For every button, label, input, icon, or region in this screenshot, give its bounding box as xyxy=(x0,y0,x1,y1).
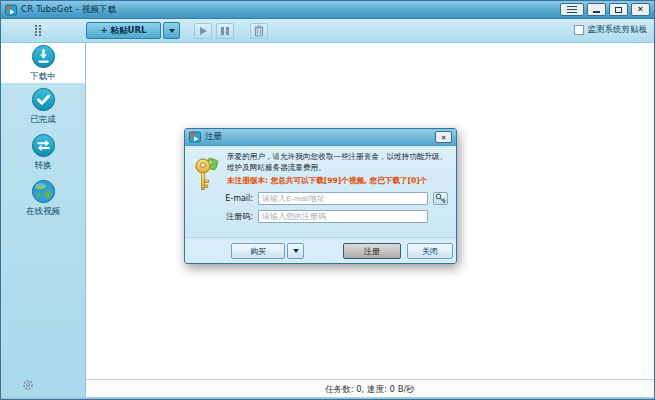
register-dialog: 注册 × 亲爱的用户，请允许我向您收取一些注册资金，以维持功能升级、维护及网站服… xyxy=(184,128,457,264)
register-key-icon xyxy=(194,156,221,194)
window-controls: × xyxy=(560,3,650,16)
paste-url-group: + 粘贴URL xyxy=(86,22,180,39)
drag-grip-icon[interactable] xyxy=(35,25,37,27)
maximize-button[interactable] xyxy=(609,3,628,16)
monitor-clipboard-checkbox[interactable]: 监测系统剪贴板 xyxy=(574,24,648,36)
buy-dropdown-button[interactable] xyxy=(287,243,304,259)
checkbox-icon xyxy=(574,25,584,35)
globe-icon xyxy=(31,179,56,204)
buy-button[interactable]: 购买 xyxy=(231,243,285,259)
pause-download-button[interactable] xyxy=(216,23,234,39)
sidebar-item-label: 转换 xyxy=(35,160,52,172)
dialog-footer: 购买 注册 关闭 xyxy=(185,237,456,264)
trash-icon xyxy=(254,25,264,37)
close-icon: × xyxy=(638,5,643,14)
statusbar: 任务数: 0, 速度: 0 B/秒 xyxy=(86,379,654,399)
close-button[interactable]: × xyxy=(631,3,650,16)
sidebar-item-online-video[interactable]: 在线视频 xyxy=(1,175,85,221)
app-icon xyxy=(5,4,17,16)
sidebar-item-convert[interactable]: 转换 xyxy=(1,129,85,175)
window-bottom-frame xyxy=(1,397,654,399)
minimize-icon xyxy=(593,11,600,13)
dialog-form: E-mail: 注册码: xyxy=(207,192,448,223)
dialog-close-button[interactable]: × xyxy=(435,131,452,143)
pause-icon xyxy=(221,27,229,35)
window-title: CR TubeGet - 视频下载 xyxy=(21,4,116,16)
statusbar-text: 任务数: 0, 速度: 0 B/秒 xyxy=(325,384,415,396)
titlebar: CR TubeGet - 视频下载 × xyxy=(1,1,654,19)
sidebar-item-downloading[interactable]: 下载中 xyxy=(1,43,85,83)
play-icon xyxy=(200,27,207,35)
email-field[interactable] xyxy=(258,192,428,205)
convert-icon xyxy=(31,133,56,158)
dialog-title: 注册 xyxy=(205,131,222,143)
dialog-titlebar: 注册 × xyxy=(185,129,456,146)
regcode-field[interactable] xyxy=(258,210,428,223)
paste-url-button[interactable]: + 粘贴URL xyxy=(86,22,161,39)
dialog-body: 亲爱的用户，请允许我向您收取一些注册资金，以维持功能升级、维护及网站服务器流量费… xyxy=(185,146,456,264)
minimize-button[interactable] xyxy=(587,3,606,16)
check-icon xyxy=(31,87,56,112)
menu-icon xyxy=(567,6,577,13)
sidebar-item-completed[interactable]: 已完成 xyxy=(1,83,85,129)
email-label: E-mail: xyxy=(207,194,253,203)
small-key-icon xyxy=(435,193,446,204)
sidebar-item-label: 已完成 xyxy=(30,114,56,126)
download-icon xyxy=(31,44,56,69)
dialog-warning: 未注册版本: 您总共可以下载[99]个视频, 您已下载了[0]个 xyxy=(227,176,448,186)
dialog-icon xyxy=(189,131,201,143)
regcode-row: 注册码: xyxy=(207,210,448,223)
dialog-text-block: 亲爱的用户，请允许我向您收取一些注册资金，以维持功能升级、维护及网站服务器流量费… xyxy=(227,152,448,186)
main-menu-button[interactable] xyxy=(560,3,584,16)
dialog-close-action-button[interactable]: 关闭 xyxy=(407,243,453,259)
sidebar: 下载中 已完成 xyxy=(1,43,86,399)
monitor-clipboard-label: 监测系统剪贴板 xyxy=(588,24,648,36)
maximize-icon xyxy=(615,7,622,13)
toolbar: + 粘贴URL 监测系统剪贴板 xyxy=(1,19,654,43)
sidebar-item-label: 在线视频 xyxy=(26,206,60,218)
delete-task-button[interactable] xyxy=(250,23,268,39)
get-code-button[interactable] xyxy=(433,192,448,205)
register-button[interactable]: 注册 xyxy=(343,243,401,259)
app-window: CR TubeGet - 视频下载 × + 粘贴URL xyxy=(0,0,655,400)
dialog-message: 亲爱的用户，请允许我向您收取一些注册资金，以维持功能升级、维护及网站服务器流量费… xyxy=(227,152,448,173)
chevron-down-icon xyxy=(293,249,299,253)
email-row: E-mail: xyxy=(207,192,448,205)
regcode-label: 注册码: xyxy=(207,211,253,222)
sidebar-item-label: 下载中 xyxy=(30,71,56,83)
chevron-down-icon xyxy=(169,29,175,33)
start-download-button[interactable] xyxy=(194,23,212,39)
close-icon: × xyxy=(441,133,446,142)
paste-url-dropdown-button[interactable] xyxy=(163,22,180,39)
settings-gear-icon[interactable] xyxy=(22,379,34,393)
